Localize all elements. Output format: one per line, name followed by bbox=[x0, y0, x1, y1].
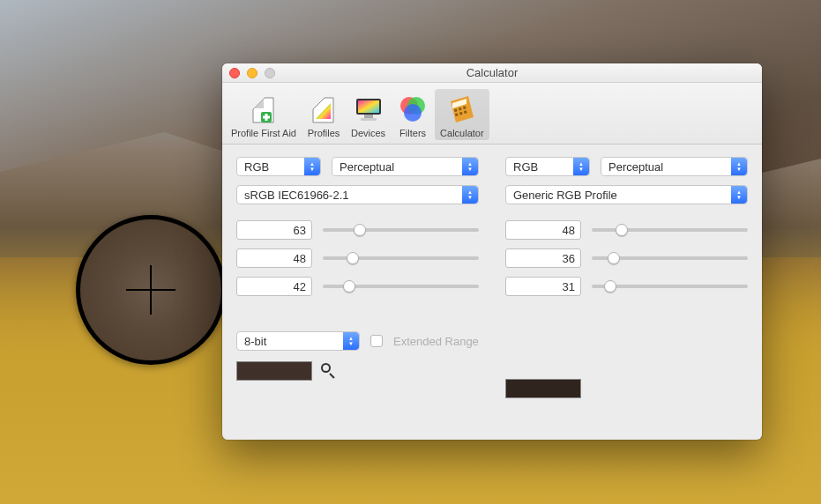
svg-rect-16 bbox=[454, 108, 458, 112]
titlebar[interactable]: Calculator bbox=[222, 63, 762, 83]
svg-rect-4 bbox=[263, 116, 270, 119]
toolbar-calculator[interactable]: Calculator bbox=[435, 89, 489, 140]
source-channel-0-slider[interactable] bbox=[323, 220, 479, 240]
toolbar: Profile First Aid Profiles Devices Filte… bbox=[222, 83, 762, 145]
select-value: Perceptual bbox=[340, 160, 394, 174]
source-color-swatch bbox=[236, 361, 312, 381]
zoom-button[interactable] bbox=[265, 68, 275, 78]
bit-depth-select[interactable]: 8-bit bbox=[236, 331, 360, 351]
source-column: RGB Perceptual sRGB IEC61966-2.1 bbox=[236, 157, 479, 398]
toolbar-label: Profiles bbox=[308, 128, 340, 138]
toolbar-label: Filters bbox=[399, 128, 426, 138]
color-loupe[interactable] bbox=[76, 215, 226, 365]
calculator-icon bbox=[445, 93, 479, 126]
svg-point-13 bbox=[404, 104, 422, 122]
dest-channel-0-input[interactable] bbox=[505, 220, 581, 240]
dest-colorspace-select[interactable]: RGB bbox=[505, 157, 590, 176]
source-channel-2-slider[interactable] bbox=[323, 277, 479, 296]
toolbar-filters[interactable]: Filters bbox=[391, 89, 435, 140]
svg-rect-10 bbox=[361, 118, 377, 121]
window-controls bbox=[222, 68, 275, 78]
dest-color-swatch bbox=[505, 379, 581, 398]
svg-marker-14 bbox=[451, 96, 474, 122]
content-area: RGB Perceptual sRGB IEC61966-2.1 bbox=[222, 145, 762, 412]
dest-profile-select[interactable]: Generic RGB Profile bbox=[505, 185, 748, 204]
destination-column: RGB Perceptual Generic RGB Profile bbox=[505, 157, 748, 398]
svg-rect-18 bbox=[463, 106, 466, 109]
minimize-button[interactable] bbox=[247, 68, 257, 78]
source-channel-2-input[interactable] bbox=[236, 277, 312, 296]
svg-rect-17 bbox=[459, 107, 462, 111]
source-channel-0-input[interactable] bbox=[236, 220, 312, 240]
toolbar-label: Calculator bbox=[440, 128, 484, 138]
select-value: Generic RGB Profile bbox=[513, 189, 617, 202]
extended-range-checkbox[interactable] bbox=[370, 335, 383, 347]
svg-rect-9 bbox=[364, 115, 373, 118]
toolbar-label: Devices bbox=[351, 128, 385, 138]
toolbar-profiles[interactable]: Profiles bbox=[302, 89, 346, 140]
source-channel-row-0 bbox=[236, 220, 479, 240]
eyedropper-loupe-button[interactable] bbox=[321, 363, 337, 379]
select-value: Perceptual bbox=[608, 160, 663, 174]
source-channel-1-input[interactable] bbox=[236, 248, 312, 268]
dest-channel-2-slider[interactable] bbox=[592, 277, 748, 296]
devices-icon bbox=[352, 93, 385, 126]
dest-channel-row-0 bbox=[505, 220, 748, 240]
toolbar-label: Profile First Aid bbox=[231, 128, 296, 138]
svg-rect-21 bbox=[464, 110, 467, 114]
dest-channel-row-2 bbox=[505, 277, 748, 296]
close-button[interactable] bbox=[229, 68, 240, 78]
window-title: Calculator bbox=[222, 66, 762, 79]
select-value: RGB bbox=[244, 160, 269, 174]
filters-icon bbox=[396, 93, 429, 126]
source-intent-select[interactable]: Perceptual bbox=[332, 157, 479, 176]
select-value: sRGB IEC61966-2.1 bbox=[244, 189, 349, 202]
source-channel-1-slider[interactable] bbox=[323, 248, 479, 268]
source-channel-row-2 bbox=[236, 277, 479, 296]
dest-channel-0-slider[interactable] bbox=[592, 220, 748, 240]
profiles-icon bbox=[307, 93, 340, 126]
toolbar-devices[interactable]: Devices bbox=[346, 89, 391, 140]
crosshair-vertical bbox=[150, 272, 152, 308]
extended-range-label: Extended Range bbox=[393, 335, 479, 348]
dest-intent-select[interactable]: Perceptual bbox=[601, 157, 748, 176]
select-value: 8-bit bbox=[244, 335, 266, 348]
source-colorspace-select[interactable]: RGB bbox=[236, 157, 321, 176]
dest-channel-1-slider[interactable] bbox=[592, 248, 748, 268]
first-aid-icon bbox=[247, 93, 280, 126]
select-value: RGB bbox=[513, 160, 538, 174]
svg-rect-20 bbox=[459, 112, 463, 115]
dest-channel-2-input[interactable] bbox=[505, 277, 581, 296]
toolbar-profile-first-aid[interactable]: Profile First Aid bbox=[226, 89, 302, 140]
source-channel-row-1 bbox=[236, 248, 479, 268]
colorsync-window: Calculator Profile First Aid Profiles De… bbox=[222, 63, 762, 440]
svg-rect-8 bbox=[358, 100, 379, 113]
source-profile-select[interactable]: sRGB IEC61966-2.1 bbox=[236, 185, 479, 204]
dest-channel-1-input[interactable] bbox=[505, 248, 581, 268]
dest-channel-row-1 bbox=[505, 248, 748, 268]
svg-rect-19 bbox=[455, 113, 459, 116]
